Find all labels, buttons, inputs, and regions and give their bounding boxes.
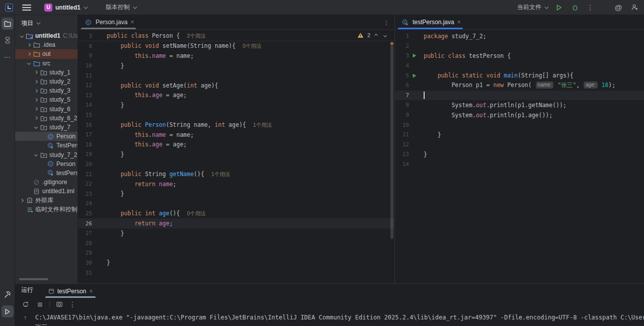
- code-line-11[interactable]: 11: [78, 70, 394, 80]
- vertical-scrollbar[interactable]: [390, 45, 393, 239]
- ai-assistant-icon[interactable]: @: [614, 3, 623, 12]
- tree-item-person[interactable]: CPerson: [15, 132, 77, 141]
- code-area-left[interactable]: 3public class Person {2个用法 8 public void…: [78, 30, 394, 283]
- code-line-21[interactable]: 21 public String getName(){1个用法: [78, 169, 394, 179]
- tree-item-testperso[interactable]: CTestPerso: [15, 141, 77, 150]
- code-line-24[interactable]: 24: [78, 199, 394, 209]
- line-number[interactable]: 1: [395, 33, 409, 39]
- code-line-4[interactable]: 4: [395, 61, 644, 71]
- line-number[interactable]: 8: [395, 102, 409, 108]
- tree-item-study_3[interactable]: study_3: [15, 86, 77, 95]
- tree-item-person[interactable]: CPerson: [15, 159, 77, 169]
- console-more-icon[interactable]: ⋮: [69, 300, 76, 308]
- close-icon[interactable]: ×: [89, 288, 93, 294]
- code-text[interactable]: System.out.println(p1.age());: [424, 112, 552, 119]
- code-line-19[interactable]: 19 }: [78, 149, 394, 159]
- chevron-expanded-icon[interactable]: [32, 153, 39, 156]
- code-line-25[interactable]: 25 public int age(){0个用法: [78, 209, 394, 219]
- code-text[interactable]: this.age = age;: [107, 92, 187, 99]
- code-line-22[interactable]: 22 return name;: [78, 179, 394, 189]
- run-tab-testperson[interactable]: testPerson ×: [44, 288, 97, 298]
- parameter-hint-chip[interactable]: name:: [536, 82, 554, 89]
- code-text[interactable]: public class Person {2个用法: [107, 32, 206, 40]
- code-line-29[interactable]: 29: [78, 248, 394, 258]
- line-number[interactable]: 16: [78, 122, 92, 128]
- code-line-11[interactable]: 11 }: [395, 130, 644, 140]
- console-output[interactable]: ↑C:\JAVASE17\bin\java.exe "-javaagent:C:…: [15, 311, 644, 326]
- chevron-collapsed-icon[interactable]: [32, 90, 39, 92]
- line-number[interactable]: 10: [78, 62, 92, 69]
- code-line-30[interactable]: 30}: [78, 258, 394, 268]
- tree-item-study_7[interactable]: study_7: [15, 123, 77, 132]
- chevron-collapsed-icon[interactable]: [32, 80, 39, 83]
- usages-inlay-hint[interactable]: 2个用法: [187, 33, 205, 39]
- code-line-9[interactable]: 9 this.name = name;: [78, 51, 394, 61]
- code-line-10[interactable]: 10: [395, 120, 644, 130]
- chevron-collapsed-icon[interactable]: [32, 108, 39, 110]
- code-line-5[interactable]: 5 public static void main(String[] args)…: [395, 70, 644, 80]
- line-number[interactable]: 2: [395, 43, 409, 49]
- tree-item-study_2[interactable]: study_2: [15, 77, 77, 86]
- code-text[interactable]: public String getName(){1个用法: [107, 171, 230, 178]
- chevron-collapsed-icon[interactable]: [32, 71, 39, 73]
- line-number[interactable]: 13: [395, 151, 409, 157]
- code-line-18[interactable]: 18 this.age = age;: [78, 140, 394, 150]
- more-actions-icon[interactable]: ⋮: [587, 4, 594, 12]
- tab-person-java[interactable]: C Person.java ×: [78, 19, 139, 29]
- line-number[interactable]: 22: [78, 181, 92, 187]
- run-configuration-selector[interactable]: 当前文件: [517, 3, 547, 12]
- debug-button[interactable]: [571, 3, 580, 12]
- line-number[interactable]: 11: [395, 131, 409, 138]
- main-menu-icon[interactable]: [22, 4, 31, 11]
- line-number[interactable]: 31: [78, 270, 92, 276]
- code-line-7[interactable]: 7: [395, 91, 644, 101]
- code-line-13[interactable]: 13 this.age = age;: [78, 91, 394, 101]
- line-number[interactable]: 23: [78, 191, 92, 197]
- code-line-9[interactable]: 9 System.out.println(p1.age());: [395, 110, 644, 120]
- chevron-expanded-icon[interactable]: [18, 35, 25, 37]
- code-text[interactable]: public static void main(String[] args){: [424, 72, 574, 79]
- tree-item-.gitignore[interactable]: .gitignore: [15, 178, 77, 187]
- line-number[interactable]: 30: [78, 260, 92, 266]
- vcs-widget[interactable]: 版本控制: [106, 3, 136, 12]
- sticky-line-3[interactable]: 3public class Person {2个用法: [78, 31, 394, 41]
- tree-item-study_1[interactable]: study_1: [15, 68, 77, 77]
- code-text[interactable]: }: [107, 230, 124, 237]
- tree-item-untitled1[interactable]: untitled1C:\Users: [15, 31, 77, 40]
- code-line-8[interactable]: 8 public void setName(String name){0个用法: [78, 41, 394, 51]
- line-number[interactable]: 21: [78, 171, 92, 178]
- code-text[interactable]: }: [107, 190, 124, 197]
- inspections-widget[interactable]: 2: [357, 32, 387, 38]
- build-tool-window-button[interactable]: [2, 289, 14, 301]
- line-number[interactable]: 9: [78, 52, 92, 59]
- code-text[interactable]: Person p1 = new Person( name: "张三", age:…: [424, 82, 615, 89]
- usages-inlay-hint[interactable]: 0个用法: [243, 43, 261, 49]
- tab-testperson-java[interactable]: C testPerson.java ×: [395, 19, 466, 29]
- code-line-20[interactable]: 20: [78, 159, 394, 170]
- parameter-hint-chip[interactable]: age:: [584, 82, 597, 89]
- line-number[interactable]: 26: [78, 220, 92, 227]
- code-text[interactable]: System.out.println(p1.getName());: [424, 102, 567, 109]
- run-tool-window-button[interactable]: [2, 305, 14, 317]
- tree-item-out[interactable]: out: [15, 49, 77, 58]
- code-line-14[interactable]: 14: [395, 159, 644, 170]
- run-gutter-icon[interactable]: [410, 53, 418, 58]
- line-number[interactable]: 10: [395, 122, 409, 128]
- chevron-collapsed-icon[interactable]: [18, 199, 25, 202]
- project-widget[interactable]: U untitled1: [44, 4, 87, 12]
- project-tool-window-button[interactable]: [2, 18, 14, 30]
- line-number[interactable]: 3: [78, 33, 92, 39]
- code-line-23[interactable]: 23 }: [78, 189, 394, 199]
- code-line-17[interactable]: 17 this.name = name;: [78, 130, 394, 140]
- code-line-3[interactable]: 3public class testPerson {: [395, 51, 644, 61]
- chevron-expanded-icon[interactable]: [32, 126, 39, 128]
- project-panel-header[interactable]: 项目: [15, 15, 77, 31]
- scroll-top-icon[interactable]: ↑: [15, 314, 35, 321]
- code-text[interactable]: return age;: [107, 220, 173, 227]
- next-problem-icon[interactable]: [382, 34, 387, 37]
- line-number[interactable]: 20: [78, 161, 92, 168]
- tree-item-study_5[interactable]: study_5: [15, 95, 77, 104]
- line-number[interactable]: 14: [78, 102, 92, 108]
- close-icon[interactable]: ×: [457, 19, 461, 25]
- code-text[interactable]: public class testPerson {: [424, 52, 511, 59]
